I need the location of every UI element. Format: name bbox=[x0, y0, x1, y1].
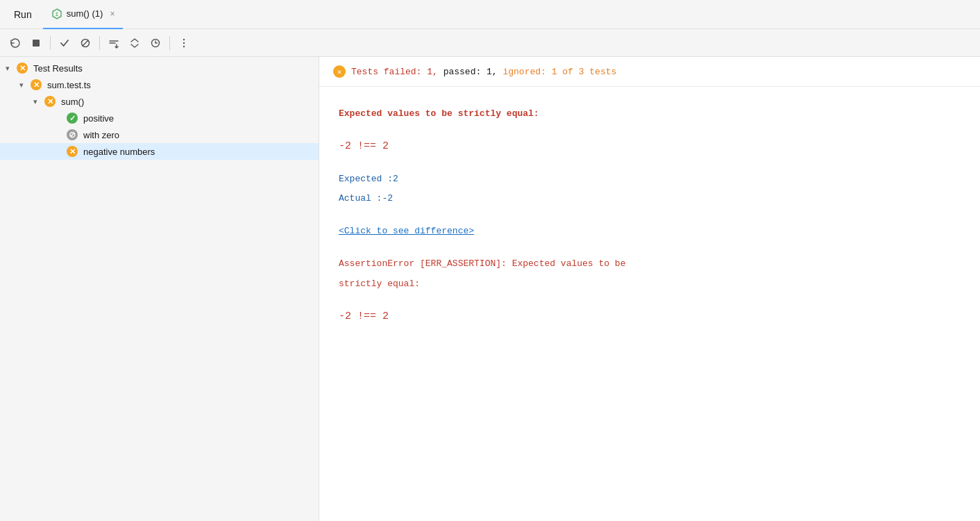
fail-count: Tests failed: 1, bbox=[351, 67, 438, 77]
toolbar bbox=[0, 29, 980, 57]
actual-label: Actual bbox=[339, 193, 377, 204]
assertion-error-label: AssertionError [ERR_ASSERTION]: Expected… bbox=[339, 258, 625, 269]
tree-file-label: sum.test.ts bbox=[47, 80, 91, 90]
tree-test-negative[interactable]: ✕ negative numbers bbox=[0, 143, 319, 160]
toolbar-separator-3 bbox=[169, 36, 170, 50]
collapse-icon bbox=[129, 38, 140, 49]
chevron-down-icon: ▾ bbox=[33, 97, 42, 106]
output-block-assertion: AssertionError [ERR_ASSERTION]: Expected… bbox=[339, 254, 961, 294]
svg-rect-1 bbox=[33, 40, 40, 47]
tab-run[interactable]: Run bbox=[6, 0, 40, 29]
actual-value: :-2 bbox=[377, 193, 393, 204]
svg-point-9 bbox=[183, 45, 185, 47]
expected-label: Expected bbox=[339, 174, 387, 184]
header-fail-icon: ✕ bbox=[333, 65, 346, 78]
more-button[interactable] bbox=[174, 33, 194, 53]
output-final-comparison: -2 !== 2 bbox=[339, 311, 389, 322]
output-assertion-text: AssertionError [ERR_ASSERTION]: Expected… bbox=[339, 254, 961, 294]
chevron-down-icon: ▾ bbox=[19, 81, 28, 90]
test-tree-panel: ▾ ✕ Test Results ▾ ✕ sum.test.ts ▾ ✕ sum… bbox=[0, 57, 319, 521]
stop-icon bbox=[31, 38, 41, 48]
more-icon bbox=[178, 38, 189, 49]
output-block-expected-actual: Expected :2 Actual :-2 bbox=[339, 169, 961, 209]
tree-suite[interactable]: ▾ ✕ sum() bbox=[0, 93, 319, 110]
tab-close-button[interactable]: × bbox=[110, 9, 115, 19]
output-header: ✕ Tests failed: 1, passed: 1, ignored: 1… bbox=[319, 57, 980, 87]
chevron-down-icon: ▾ bbox=[6, 64, 14, 73]
toolbar-separator-2 bbox=[99, 36, 100, 50]
history-button[interactable] bbox=[146, 33, 165, 53]
svg-text:Σ: Σ bbox=[56, 12, 58, 17]
tree-root[interactable]: ▾ ✕ Test Results bbox=[0, 60, 319, 76]
suite-status-icon: ✕ bbox=[44, 96, 56, 107]
tree-test-positive[interactable]: ✓ positive bbox=[0, 110, 319, 126]
main-content: ▾ ✕ Test Results ▾ ✕ sum.test.ts ▾ ✕ sum… bbox=[0, 57, 980, 521]
diff-link[interactable]: <Click to see difference> bbox=[339, 226, 474, 236]
output-actual-line: Actual :-2 bbox=[339, 188, 961, 208]
output-block-title: Expected values to be strictly equal: bbox=[339, 104, 961, 124]
rerun-icon bbox=[10, 38, 21, 49]
root-status-icon: ✕ bbox=[17, 63, 28, 74]
output-header-text: Tests failed: 1, passed: 1, ignored: 1 o… bbox=[351, 67, 616, 77]
toolbar-separator-1 bbox=[50, 36, 51, 50]
rerun-button[interactable] bbox=[6, 33, 25, 53]
tree-test-withzero[interactable]: ⊘ with zero bbox=[0, 126, 319, 143]
show-passed-button[interactable] bbox=[55, 33, 74, 53]
tab-run-label: Run bbox=[14, 9, 32, 20]
output-comparison: -2 !== 2 bbox=[339, 140, 389, 152]
tree-test-negative-label: negative numbers bbox=[83, 147, 155, 157]
sum-tab-icon: Σ bbox=[51, 8, 62, 19]
sort-button[interactable] bbox=[104, 33, 124, 53]
output-block-comparison: -2 !== 2 bbox=[339, 136, 961, 156]
pass-count: passed: 1, bbox=[443, 67, 498, 77]
circle-slash-icon bbox=[80, 38, 91, 49]
fail-status-icon: ✕ bbox=[67, 146, 78, 157]
tree-file[interactable]: ▾ ✕ sum.test.ts bbox=[0, 76, 319, 93]
stop-button[interactable] bbox=[26, 33, 46, 53]
output-expected-line: Expected :2 bbox=[339, 169, 961, 189]
file-status-icon: ✕ bbox=[31, 79, 42, 90]
svg-point-8 bbox=[183, 42, 185, 43]
svg-point-7 bbox=[183, 38, 185, 40]
toolbar-filter-group bbox=[55, 33, 95, 53]
tab-sum[interactable]: Σ sum() (1) × bbox=[43, 0, 124, 29]
tree-root-label: Test Results bbox=[33, 63, 83, 74]
svg-line-3 bbox=[83, 40, 88, 46]
show-failed-button[interactable] bbox=[76, 33, 95, 53]
collapse-button[interactable] bbox=[125, 33, 144, 53]
output-body: Expected values to be strictly equal: -2… bbox=[319, 87, 980, 355]
tab-sum-label: sum() (1) bbox=[67, 8, 103, 19]
output-block-final-comparison: -2 !== 2 bbox=[339, 306, 961, 326]
tab-bar: Run Σ sum() (1) × bbox=[0, 0, 980, 29]
checkmark-icon bbox=[59, 38, 70, 49]
assertion-error-label-2: strictly equal: bbox=[339, 279, 420, 289]
output-title: Expected values to be strictly equal: bbox=[339, 108, 539, 119]
ignore-count: ignored: 1 of 3 tests bbox=[502, 67, 616, 77]
tree-test-withzero-label: with zero bbox=[83, 130, 119, 140]
sort-icon bbox=[108, 38, 119, 49]
output-panel: ✕ Tests failed: 1, passed: 1, ignored: 1… bbox=[319, 57, 980, 521]
expected-value: :2 bbox=[387, 174, 398, 184]
history-icon bbox=[150, 38, 161, 49]
tree-test-positive-label: positive bbox=[83, 113, 114, 124]
skip-status-icon: ⊘ bbox=[67, 129, 78, 140]
output-block-diff-link[interactable]: <Click to see difference> bbox=[339, 221, 961, 241]
tree-suite-label: sum() bbox=[61, 97, 84, 107]
pass-status-icon: ✓ bbox=[67, 113, 78, 124]
